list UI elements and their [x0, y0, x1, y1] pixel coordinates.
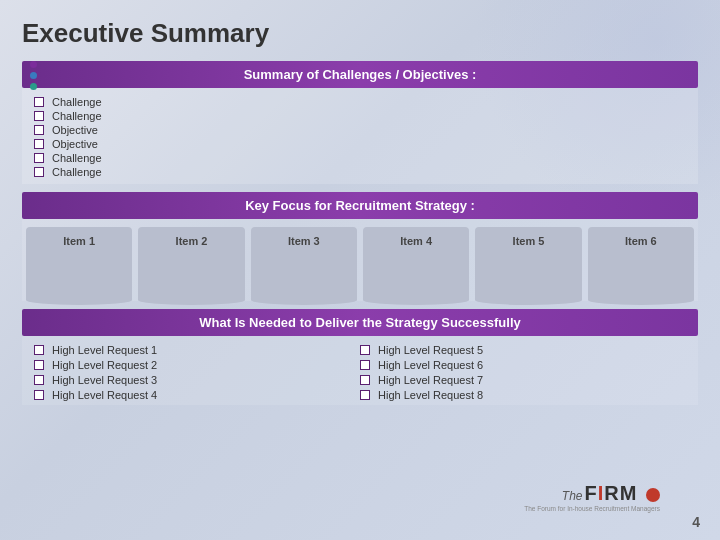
challenge-label-4: Objective: [52, 138, 98, 150]
page-container: Executive Summary Summary of Challenges …: [0, 0, 720, 540]
logo-firm-text: FIRM: [585, 482, 660, 505]
logo-firm-rm: RM: [604, 482, 637, 504]
checkbox-icon-3: [34, 125, 44, 135]
challenges-body: Challenge Challenge Objective Objective …: [22, 88, 698, 184]
strategy-item-1: High Level Request 1: [34, 344, 360, 356]
challenge-item-5: Challenge: [34, 152, 686, 164]
focus-item-label-3: Item 3: [288, 235, 320, 247]
challenge-label-1: Challenge: [52, 96, 102, 108]
checkbox-icon-4: [34, 139, 44, 149]
checkbox-icon-5: [34, 153, 44, 163]
focus-item-4: Item 4: [363, 227, 469, 297]
strategy-label-5: High Level Request 5: [378, 344, 483, 356]
logo-dot: [646, 488, 660, 502]
challenge-item-6: Challenge: [34, 166, 686, 178]
strategy-checkbox-1: [34, 345, 44, 355]
key-focus-section: Key Focus for Recruitment Strategy : Ite…: [22, 192, 698, 301]
strategy-label-3: High Level Request 3: [52, 374, 157, 386]
logo-area: The FIRM The Forum for In-house Recruitm…: [524, 482, 660, 512]
dot-3: [30, 83, 37, 90]
strategy-item-2: High Level Request 2: [34, 359, 360, 371]
focus-item-5: Item 5: [475, 227, 581, 297]
strategy-section: What Is Needed to Deliver the Strategy S…: [22, 309, 698, 405]
logo-subtitle: The Forum for In-house Recruitment Manag…: [524, 505, 660, 512]
dot-2: [30, 72, 37, 79]
strategy-checkbox-8: [360, 390, 370, 400]
challenge-label-6: Challenge: [52, 166, 102, 178]
focus-item-1: Item 1: [26, 227, 132, 297]
strategy-checkbox-2: [34, 360, 44, 370]
strategy-item-5: High Level Request 5: [360, 344, 686, 356]
checkbox-icon-1: [34, 97, 44, 107]
challenges-header: Summary of Challenges / Objectives :: [22, 61, 698, 88]
focus-item-6: Item 6: [588, 227, 694, 297]
strategy-body: High Level Request 1 High Level Request …: [22, 336, 698, 405]
challenge-item-2: Challenge: [34, 110, 686, 122]
items-row: Item 1 Item 2 Item 3 Item 4 Item 5 Item …: [22, 219, 698, 301]
strategy-label-8: High Level Request 8: [378, 389, 483, 401]
dot-1: [30, 61, 37, 68]
checkbox-icon-2: [34, 111, 44, 121]
strategy-item-3: High Level Request 3: [34, 374, 360, 386]
strategy-label-4: High Level Request 4: [52, 389, 157, 401]
strategy-checkbox-6: [360, 360, 370, 370]
strategy-item-6: High Level Request 6: [360, 359, 686, 371]
challenge-label-2: Challenge: [52, 110, 102, 122]
challenge-item-1: Challenge: [34, 96, 686, 108]
focus-item-label-2: Item 2: [176, 235, 208, 247]
strategy-checkbox-5: [360, 345, 370, 355]
challenges-section: Summary of Challenges / Objectives : Cha…: [22, 61, 698, 184]
focus-item-3: Item 3: [251, 227, 357, 297]
strategy-label-1: High Level Request 1: [52, 344, 157, 356]
logo-the-text: The: [562, 489, 583, 503]
focus-item-label-5: Item 5: [513, 235, 545, 247]
strategy-header: What Is Needed to Deliver the Strategy S…: [22, 309, 698, 336]
side-dots-1: [30, 61, 37, 90]
strategy-label-2: High Level Request 2: [52, 359, 157, 371]
strategy-label-7: High Level Request 7: [378, 374, 483, 386]
page-title: Executive Summary: [22, 18, 698, 49]
challenge-item-3: Objective: [34, 124, 686, 136]
strategy-label-6: High Level Request 6: [378, 359, 483, 371]
logo-firm-f: F: [585, 482, 598, 504]
focus-item-2: Item 2: [138, 227, 244, 297]
checkbox-icon-6: [34, 167, 44, 177]
focus-item-label-4: Item 4: [400, 235, 432, 247]
strategy-col-2: High Level Request 5 High Level Request …: [360, 344, 686, 401]
strategy-item-4: High Level Request 4: [34, 389, 360, 401]
focus-item-label-6: Item 6: [625, 235, 657, 247]
page-number: 4: [692, 514, 700, 530]
challenge-label-3: Objective: [52, 124, 98, 136]
focus-item-label-1: Item 1: [63, 235, 95, 247]
challenge-item-4: Objective: [34, 138, 686, 150]
strategy-checkbox-4: [34, 390, 44, 400]
strategy-col-1: High Level Request 1 High Level Request …: [34, 344, 360, 401]
strategy-checkbox-7: [360, 375, 370, 385]
strategy-item-8: High Level Request 8: [360, 389, 686, 401]
strategy-checkbox-3: [34, 375, 44, 385]
key-focus-header: Key Focus for Recruitment Strategy :: [22, 192, 698, 219]
strategy-item-7: High Level Request 7: [360, 374, 686, 386]
challenge-label-5: Challenge: [52, 152, 102, 164]
